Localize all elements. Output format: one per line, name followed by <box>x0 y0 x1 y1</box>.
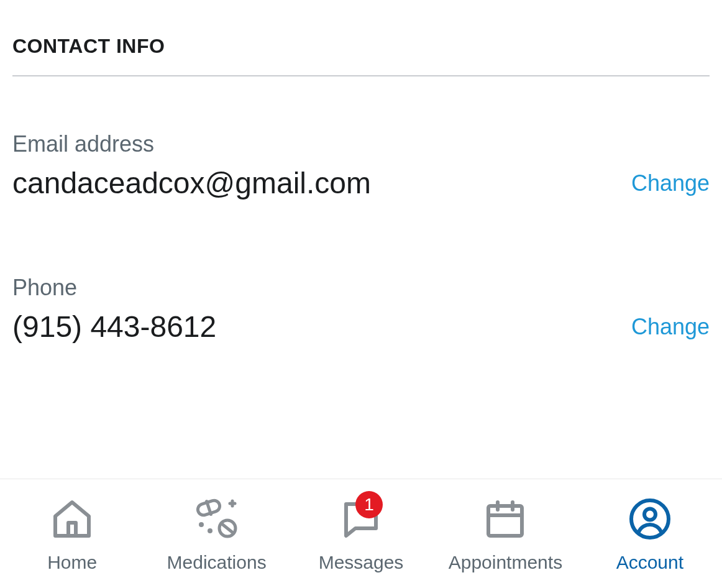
nav-home-label: Home <box>47 552 97 573</box>
messages-badge: 1 <box>355 491 383 518</box>
account-icon <box>626 495 674 543</box>
email-row: Email address candaceadcox@gmail.com Cha… <box>12 131 710 200</box>
email-label: Email address <box>12 131 371 157</box>
change-phone-link[interactable]: Change <box>631 314 710 344</box>
phone-info: Phone (915) 443-8612 <box>12 275 216 344</box>
svg-line-5 <box>221 523 234 533</box>
nav-messages[interactable]: 1 Messages <box>289 479 433 588</box>
section-title: CONTACT INFO <box>12 35 710 58</box>
messages-icon: 1 <box>337 495 385 543</box>
medications-icon <box>193 495 241 543</box>
nav-medications[interactable]: Medications <box>144 479 288 588</box>
divider <box>12 75 710 76</box>
phone-value: (915) 443-8612 <box>12 310 216 344</box>
svg-point-2 <box>199 522 204 527</box>
home-icon <box>48 495 96 543</box>
nav-medications-label: Medications <box>167 552 267 573</box>
svg-line-1 <box>206 501 211 514</box>
nav-appointments-label: Appointments <box>449 552 562 573</box>
email-value: candaceadcox@gmail.com <box>12 166 371 200</box>
phone-row: Phone (915) 443-8612 Change <box>12 275 710 344</box>
svg-point-3 <box>208 528 212 533</box>
email-info: Email address candaceadcox@gmail.com <box>12 131 371 200</box>
nav-appointments[interactable]: Appointments <box>433 479 577 588</box>
svg-rect-8 <box>488 506 522 536</box>
contact-info-section: CONTACT INFO Email address candaceadcox@… <box>0 0 722 344</box>
change-email-link[interactable]: Change <box>631 170 710 200</box>
nav-messages-label: Messages <box>319 552 404 573</box>
bottom-nav: Home Medications 1 Messages <box>0 479 722 588</box>
nav-home[interactable]: Home <box>0 479 144 588</box>
phone-label: Phone <box>12 275 216 301</box>
appointments-icon <box>481 495 529 543</box>
nav-account-label: Account <box>616 552 683 573</box>
svg-point-13 <box>644 508 656 520</box>
nav-account[interactable]: Account <box>578 479 722 588</box>
